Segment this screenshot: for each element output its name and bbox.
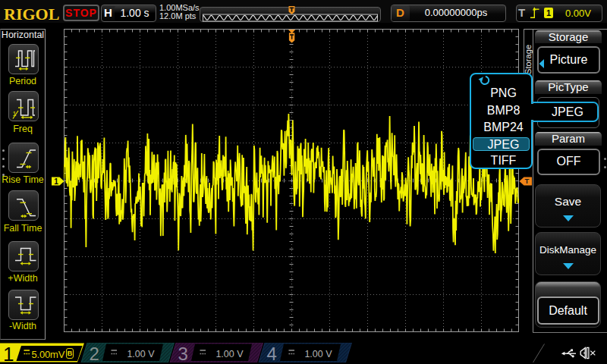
- svg-text:1: 1: [54, 177, 58, 185]
- svg-text:Storage: Storage: [524, 45, 533, 74]
- svg-text:T: T: [525, 177, 530, 185]
